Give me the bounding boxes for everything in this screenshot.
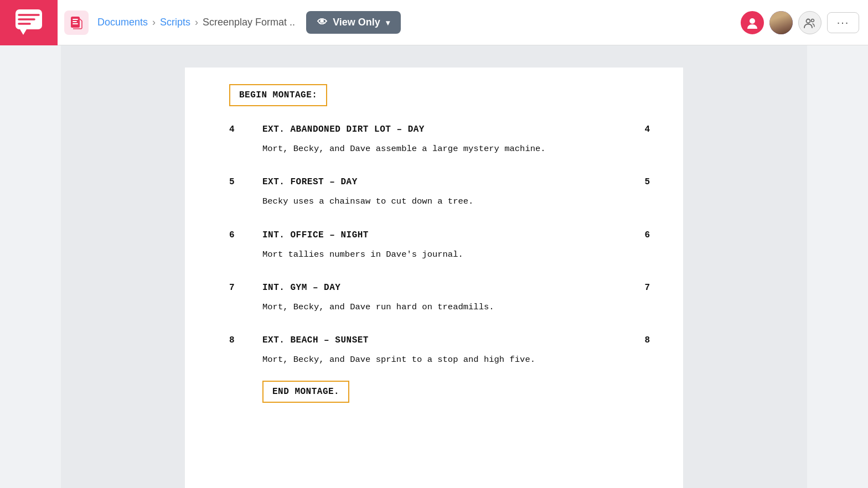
scene-number-right-5: 5 xyxy=(628,175,650,189)
breadcrumb-documents[interactable]: Documents xyxy=(97,17,148,28)
scene-heading-row-4: 4 EXT. ABANDONED DIRT LOT – DAY 4 xyxy=(229,123,650,136)
action-line-4: Mort, Becky, and Dave assemble a large m… xyxy=(229,143,650,155)
scene-heading-row-7: 7 INT. GYM – DAY 7 xyxy=(229,281,650,294)
end-montage-box: END MONTAGE. xyxy=(262,381,349,403)
scene-heading-text-4: EXT. ABANDONED DIRT LOT – DAY xyxy=(251,123,628,136)
right-sidebar xyxy=(807,45,868,488)
breadcrumb-sep-2: › xyxy=(195,17,198,28)
scene-heading-row-5: 5 EXT. FOREST – DAY 5 xyxy=(229,175,650,189)
scene-number-left-4: 4 xyxy=(229,123,251,136)
scene-block-6: 6 INT. OFFICE – NIGHT 6 Mort tallies num… xyxy=(229,229,650,261)
more-label: ··· xyxy=(837,16,850,29)
chevron-down-icon: ▾ xyxy=(386,18,390,27)
scene-heading-text-7: INT. GYM – DAY xyxy=(251,281,628,294)
scene-number-right-7: 7 xyxy=(628,281,650,294)
breadcrumb-current: Screenplay Format .. xyxy=(203,17,295,28)
avatar-pink[interactable] xyxy=(741,11,764,34)
scene-heading-text-5: EXT. FOREST – DAY xyxy=(251,175,628,189)
scene-block-5: 5 EXT. FOREST – DAY 5 Becky uses a chain… xyxy=(229,175,650,208)
scene-block-7: 7 INT. GYM – DAY 7 Mort, Becky, and Dave… xyxy=(229,281,650,314)
app-logo[interactable] xyxy=(0,0,58,45)
nav-document-icon[interactable] xyxy=(64,11,89,35)
action-line-7: Mort, Becky, and Dave run hard on treadm… xyxy=(229,301,650,314)
scene-heading-row-6: 6 INT. OFFICE – NIGHT 6 xyxy=(229,229,650,242)
action-line-8: Mort, Becky, and Dave sprint to a stop a… xyxy=(229,354,650,366)
end-montage-text: END MONTAGE. xyxy=(272,387,339,397)
scene-heading-row-8: 8 EXT. BEACH – SUNSET 8 xyxy=(229,334,650,347)
scene-number-right-8: 8 xyxy=(628,334,650,347)
begin-montage-box: BEGIN MONTAGE: xyxy=(229,84,327,106)
scene-number-left-5: 5 xyxy=(229,175,251,189)
topbar: Documents › Scripts › Screenplay Format … xyxy=(0,0,868,45)
begin-montage-text: BEGIN MONTAGE: xyxy=(239,90,317,100)
more-button[interactable]: ··· xyxy=(827,12,859,33)
svg-point-4 xyxy=(812,19,814,22)
scene-block-4: 4 EXT. ABANDONED DIRT LOT – DAY 4 Mort, … xyxy=(229,123,650,155)
screenplay-page: BEGIN MONTAGE: 4 EXT. ABANDONED DIRT LOT… xyxy=(185,68,683,488)
svg-point-3 xyxy=(807,19,810,23)
people-icon-button[interactable] xyxy=(798,11,822,34)
view-only-button[interactable]: 👁 View Only ▾ xyxy=(306,11,401,34)
action-line-5: Becky uses a chainsaw to cut down a tree… xyxy=(229,195,650,208)
scene-number-left-8: 8 xyxy=(229,334,251,347)
left-sidebar xyxy=(0,45,61,488)
action-line-6: Mort tallies numbers in Dave's journal. xyxy=(229,248,650,261)
breadcrumb-sep-1: › xyxy=(152,17,156,28)
scene-heading-text-8: EXT. BEACH – SUNSET xyxy=(251,334,628,347)
breadcrumb: Documents › Scripts › Screenplay Format … xyxy=(97,17,295,28)
main-content: BEGIN MONTAGE: 4 EXT. ABANDONED DIRT LOT… xyxy=(0,45,868,488)
scene-number-left-7: 7 xyxy=(229,281,251,294)
svg-point-2 xyxy=(750,18,755,24)
view-only-label: View Only xyxy=(333,17,380,28)
breadcrumb-scripts[interactable]: Scripts xyxy=(160,17,190,28)
svg-rect-1 xyxy=(71,17,80,28)
scene-heading-text-6: INT. OFFICE – NIGHT xyxy=(251,229,628,242)
scene-number-right-6: 6 xyxy=(628,229,650,242)
scene-block-8: 8 EXT. BEACH – SUNSET 8 Mort, Becky, and… xyxy=(229,334,650,403)
scene-number-left-6: 6 xyxy=(229,229,251,242)
scene-number-right-4: 4 xyxy=(628,123,650,136)
topbar-right: ··· xyxy=(741,11,859,34)
document-area: BEGIN MONTAGE: 4 EXT. ABANDONED DIRT LOT… xyxy=(61,45,807,488)
avatar-photo[interactable] xyxy=(769,11,793,34)
eye-icon: 👁 xyxy=(317,17,327,28)
